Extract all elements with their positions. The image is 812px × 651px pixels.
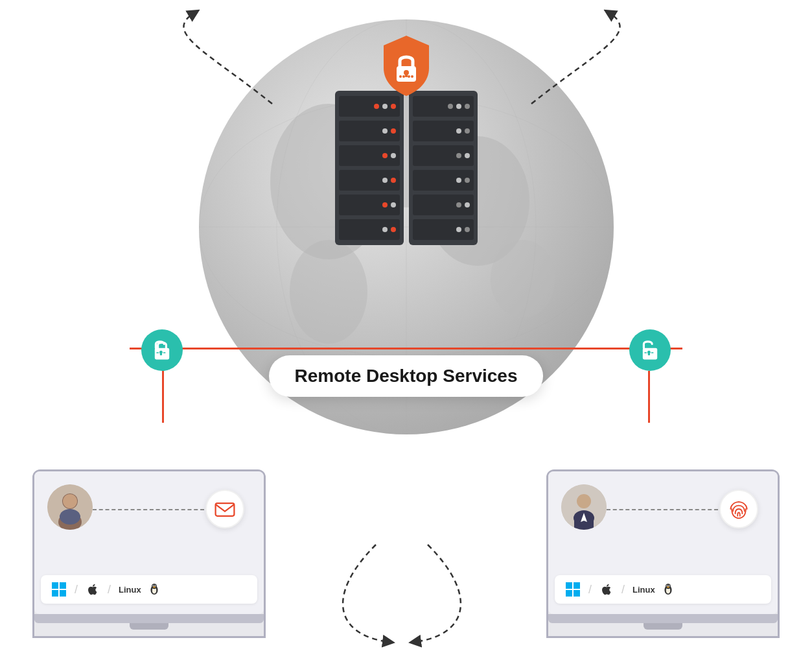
os-bar-left: / / Linux <box>41 575 257 604</box>
svg-rect-48 <box>574 582 580 589</box>
apple-icon <box>86 582 100 597</box>
status-dot-gray <box>465 227 470 232</box>
status-dot-white <box>382 178 388 183</box>
svg-point-18 <box>159 351 163 354</box>
vert-line-left <box>162 371 164 423</box>
svg-point-57 <box>669 586 669 586</box>
status-dot-gray <box>448 104 453 109</box>
svg-point-13 <box>402 75 405 78</box>
svg-rect-20 <box>163 352 166 353</box>
status-dot-white <box>456 128 461 134</box>
svg-rect-32 <box>52 582 58 589</box>
status-dot-red2 <box>391 104 396 109</box>
svg-point-30 <box>60 509 80 525</box>
windows-icon-right <box>565 582 581 597</box>
svg-point-12 <box>399 75 402 78</box>
main-scene: Remote Desktop Services <box>0 0 812 651</box>
email-icon-circle <box>205 490 244 528</box>
svg-point-15 <box>411 75 413 78</box>
server-row <box>413 195 474 215</box>
status-dot-white <box>456 104 461 109</box>
status-dot-red <box>382 202 388 207</box>
svg-rect-24 <box>644 352 647 353</box>
vert-line-right <box>648 371 650 423</box>
windows-icon <box>51 582 67 597</box>
svg-rect-47 <box>566 582 572 589</box>
lock-circle-left <box>141 329 183 371</box>
service-label-text: Remote Desktop Services <box>295 366 518 386</box>
svg-point-4 <box>491 240 555 318</box>
lock-circle-right <box>629 329 671 371</box>
svg-point-38 <box>152 584 157 589</box>
status-dot-gray <box>456 153 461 158</box>
server-row <box>413 170 474 191</box>
server-rack <box>335 91 478 245</box>
connection-line-horizontal <box>130 348 682 349</box>
svg-point-58 <box>667 586 669 587</box>
status-dot-white <box>456 227 461 232</box>
os-divider-right: / <box>588 583 592 597</box>
apple-icon-right <box>599 582 614 597</box>
monitor-stand-right <box>644 623 682 630</box>
monitor-left: / / Linux <box>32 469 266 638</box>
status-dot-gray <box>465 178 470 183</box>
server-row <box>413 96 474 117</box>
svg-point-42 <box>155 586 156 586</box>
svg-point-23 <box>647 351 651 354</box>
status-dot-red <box>391 227 396 232</box>
svg-point-3 <box>290 240 367 344</box>
svg-rect-35 <box>60 590 66 597</box>
server-row <box>339 96 400 117</box>
status-dot-gray2 <box>465 104 470 109</box>
connector-line-left <box>93 509 204 510</box>
server-row <box>339 145 400 166</box>
monitor-base-left <box>34 614 264 623</box>
status-dot-white <box>391 153 396 158</box>
server-row <box>413 121 474 141</box>
svg-point-43 <box>153 586 156 587</box>
svg-point-45 <box>577 494 591 508</box>
status-dot-gray <box>456 202 461 207</box>
shield-icon <box>377 32 435 97</box>
status-dot-red <box>382 153 388 158</box>
os-bar-right: / / Linux <box>555 575 771 604</box>
svg-rect-34 <box>52 590 58 597</box>
server-row <box>339 121 400 141</box>
status-dot-red <box>374 104 379 109</box>
avatar-man <box>561 484 607 530</box>
server-row <box>413 145 474 166</box>
status-dot-white <box>382 104 388 109</box>
status-dot-gray <box>465 128 470 134</box>
svg-point-56 <box>666 586 667 586</box>
monitor-right: / / Linux <box>546 469 780 638</box>
service-label-pill: Remote Desktop Services <box>269 355 544 397</box>
svg-point-29 <box>63 494 77 508</box>
status-dot-red <box>391 178 396 183</box>
status-dot-white <box>456 178 461 183</box>
os-divider2-right: / <box>621 583 625 597</box>
status-dot-red3 <box>391 128 396 134</box>
svg-rect-25 <box>651 352 654 353</box>
fingerprint-icon <box>727 497 750 521</box>
linux-penguin-icon <box>149 583 159 596</box>
os-divider2: / <box>108 583 111 597</box>
os-divider: / <box>75 583 78 597</box>
monitor-base-right <box>548 614 778 623</box>
status-dot-white <box>465 153 470 158</box>
status-dot-white <box>391 202 396 207</box>
monitor-screen-left: / / Linux <box>34 471 264 614</box>
server-row <box>413 219 474 240</box>
svg-rect-31 <box>216 503 235 516</box>
server-row <box>339 170 400 191</box>
svg-point-53 <box>666 584 671 589</box>
connector-line-right <box>607 509 718 510</box>
linux-penguin-icon-right <box>663 583 673 596</box>
svg-rect-50 <box>574 590 580 597</box>
avatar-woman <box>47 484 93 530</box>
svg-point-14 <box>408 75 410 78</box>
svg-rect-33 <box>60 582 66 589</box>
fingerprint-icon-circle <box>719 490 758 528</box>
status-dot-white <box>465 202 470 207</box>
linux-label: Linux <box>119 585 141 595</box>
monitor-screen-right: / / Linux <box>548 471 778 614</box>
